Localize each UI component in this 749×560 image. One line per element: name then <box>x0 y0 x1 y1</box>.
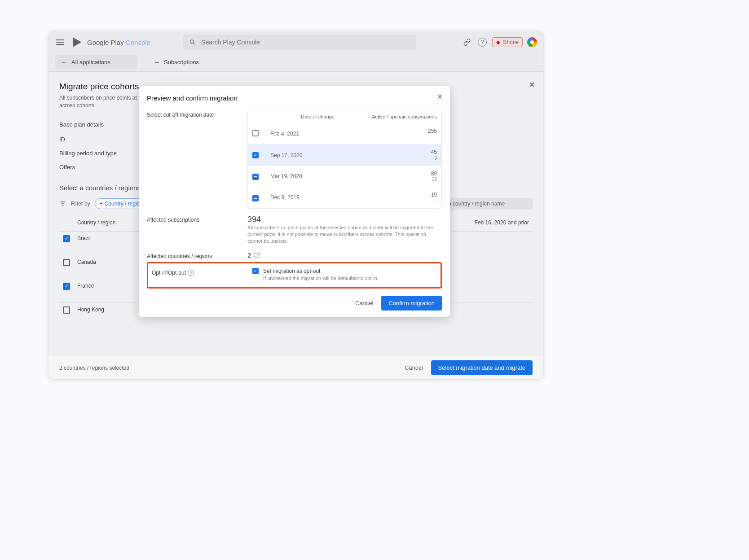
preview-migration-dialog: ✕ Preview and confirm migration Select c… <box>139 86 450 317</box>
affected-regions-label: Affected countries / regions <box>147 251 241 259</box>
affected-regions-value: 2 <box>247 251 251 259</box>
opt-highlight: Opt-in/Opt-out ? Set migration as opt-ou… <box>147 262 442 289</box>
affected-subs-value: 394 <box>247 215 442 224</box>
dialog-cancel-button[interactable]: Cancel <box>355 300 373 306</box>
cohort-head-subs: Active / upchain subscriptions <box>365 114 437 119</box>
cohort-date: Sep 17, 2020 <box>270 152 365 158</box>
cohort-subs: 459 <box>365 149 437 161</box>
opt-out-checkbox[interactable] <box>252 268 259 274</box>
cohort-row[interactable]: Sep 17, 2020459 <box>248 144 441 165</box>
cutoff-label: Select cut-off migration date <box>147 110 241 118</box>
checkbox-icon[interactable] <box>252 130 259 136</box>
cohort-date: Dec 9, 2019 <box>270 194 365 201</box>
cohort-row[interactable]: Feb 4, 2021255- <box>248 123 441 144</box>
cohort-date: Mar 19, 2020 <box>270 173 365 179</box>
checkbox-indeterminate-icon[interactable] <box>252 195 259 201</box>
opt-note: If unchecked the migration will be defau… <box>263 275 437 282</box>
cohort-row[interactable]: Mar 19, 20208932 <box>248 166 441 187</box>
cohort-row[interactable]: Dec 9, 201919- <box>248 187 441 208</box>
dialog-close-icon[interactable]: ✕ <box>437 92 443 101</box>
affected-subs-note: All subscribers on price points at the s… <box>247 224 442 245</box>
help-icon[interactable]: ? <box>254 252 260 258</box>
cohort-subs: 8932 <box>365 171 437 182</box>
cohort-table: Date of change Active / upchain subscrip… <box>247 110 442 209</box>
dialog-footer: Cancel Confirm migration <box>147 296 442 311</box>
confirm-migration-button[interactable]: Confirm migration <box>381 296 442 311</box>
dialog-title: Preview and confirm migration <box>147 94 442 102</box>
checkbox-checked-icon[interactable] <box>252 152 259 158</box>
opt-check-label: Set migration as opt-out <box>263 268 320 274</box>
cohort-head-date: Date of change <box>270 114 365 119</box>
affected-subs-label: Affected subscriptions <box>147 215 241 223</box>
help-icon[interactable]: ? <box>188 270 194 276</box>
cohort-subs: 255- <box>365 128 437 140</box>
cohort-date: Feb 4, 2021 <box>270 131 365 137</box>
cohort-subs: 19- <box>365 192 437 203</box>
opt-label: Opt-in/Opt-out ? <box>152 268 246 276</box>
checkbox-indeterminate-icon[interactable] <box>252 174 259 180</box>
